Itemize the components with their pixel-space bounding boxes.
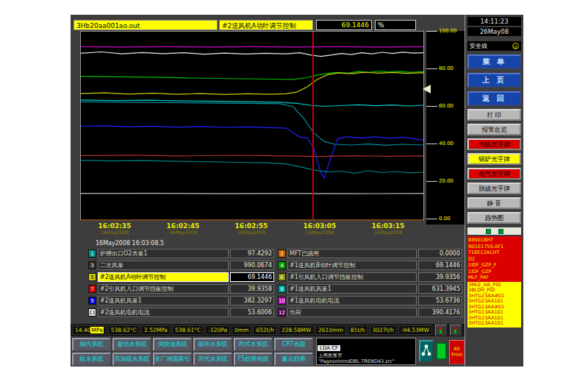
screen-button[interactable]: 循环水系统 bbox=[193, 338, 232, 351]
trend-cursor-line[interactable] bbox=[312, 32, 314, 219]
screen-button[interactable]: 给水系统 bbox=[72, 353, 111, 366]
trace-color-swatch: 10 bbox=[278, 297, 286, 305]
legend-column-left: 1炉膛出口O2含量197.42923二次风量990.06745#2送风机A动叶调… bbox=[88, 249, 274, 317]
sidebar-button-trend[interactable]: 趋势图 bbox=[467, 212, 521, 224]
alarm-tag[interactable]: 3HTG13AA101 bbox=[468, 310, 520, 316]
alarm-ack-icon[interactable] bbox=[486, 229, 491, 234]
alarm-tag[interactable]: 3HTG23AA101 bbox=[468, 299, 520, 305]
display-icon[interactable] bbox=[436, 342, 447, 360]
trace-#2送风机风量1 bbox=[81, 102, 423, 145]
security-badge: 0 bbox=[512, 43, 519, 49]
main-panel: 3Hb20aa001ao.out #2送风机A动叶调节控制 69.1446 % … bbox=[71, 15, 465, 367]
y-tick bbox=[426, 106, 437, 107]
screen-button[interactable]: CRT画面 bbox=[274, 338, 313, 351]
status-value: 3027t/h bbox=[370, 325, 397, 335]
sidebar-button-menu[interactable]: 菜 单 bbox=[467, 54, 521, 69]
legend-value: 39.9358 bbox=[230, 284, 274, 294]
value-pointer-icon[interactable] bbox=[423, 85, 431, 93]
screen-button[interactable]: 全厂画面索引 bbox=[153, 353, 192, 366]
legend-row[interactable]: 7#2引风机入口调节挡板控制39.9358 bbox=[88, 284, 274, 294]
legend-value: 631.3945 bbox=[418, 284, 462, 294]
alarm-tag[interactable]: 1IDF_GZP_F bbox=[468, 262, 520, 269]
legend-row[interactable]: 2MFT已跳闸0.0000 bbox=[278, 249, 462, 258]
legend-row[interactable]: 11#2送风机电机电流53.6006 bbox=[88, 308, 274, 317]
screen-button[interactable]: 抽汽系统 bbox=[72, 338, 111, 351]
y-tick-label: 60.00 bbox=[439, 103, 453, 109]
legend-label: #2送风机A动叶调节控制 bbox=[98, 272, 229, 282]
legend-label: #1送风机B动叶调节控制 bbox=[287, 261, 417, 270]
y-tick-label: 0.00 bbox=[439, 216, 451, 222]
sidebar-buttons: 菜 单上 页返 回打 印报警总览汽机光字牌锅炉光字牌电气光字牌脱硫光字牌静 音趋… bbox=[467, 51, 521, 224]
alarm-tag-list-red: B8901BHTN01E175S.AF1T18E12ACHTO21IDF_GZP… bbox=[467, 236, 521, 282]
trend-value: 69.1446 bbox=[316, 20, 372, 30]
sidebar-button-alarm-summary[interactable]: 报警总览 bbox=[467, 124, 521, 135]
alarm-tag[interactable]: 3HTG13AA#01 bbox=[468, 305, 520, 311]
alarm-tag[interactable]: 3HTG13AA101 bbox=[468, 321, 520, 327]
screen-button[interactable]: 润滑油系统 bbox=[153, 338, 192, 351]
clock: 14:11:23 bbox=[467, 17, 521, 26]
trend-title: #2送风机A动叶调节控制 bbox=[219, 20, 313, 30]
alarm-tag[interactable]: O2 bbox=[468, 256, 520, 263]
trace-负荷 bbox=[81, 155, 423, 157]
alarm-tag[interactable]: B8901BHT bbox=[468, 237, 520, 244]
alt-print-button[interactable]: Alt Print bbox=[449, 340, 465, 364]
screen-button[interactable]: FS趋势画面 bbox=[234, 353, 273, 366]
trend-pen-icon[interactable] bbox=[450, 325, 462, 336]
legend-value: 382.3297 bbox=[230, 296, 274, 305]
trace-color-swatch: 6 bbox=[278, 273, 286, 281]
time-tick-date: 16May2008 bbox=[98, 230, 132, 236]
sidebar-button-page-up[interactable]: 上 页 bbox=[467, 73, 521, 88]
legend-row[interactable]: 5#2送风机A动叶调节控制69.1446 bbox=[88, 272, 274, 282]
legend-row[interactable]: 6#1引风机入口调节挡板控制39.9356 bbox=[278, 272, 462, 282]
legend-row[interactable]: 10#1送风机电机电流53.6736 bbox=[278, 296, 462, 305]
console-line: "PagesxtrendDBL.TREND43.src" bbox=[317, 358, 415, 364]
legend-row[interactable]: 3二次风量990.0674 bbox=[88, 261, 274, 270]
legend-value: 69.1446 bbox=[418, 261, 462, 270]
time-tick: 16:03:1516May2008 bbox=[372, 222, 405, 236]
sidebar-button-print[interactable]: 打 印 bbox=[467, 109, 521, 121]
alarm-tag[interactable]: 3BLDH_PID bbox=[468, 288, 520, 294]
legend-value: 53.6006 bbox=[230, 308, 274, 317]
legend-value: 0.0000 bbox=[418, 249, 462, 258]
time-tick-date: 16May2008 bbox=[167, 230, 200, 236]
sidebar-button-electric-annunc[interactable]: 电气光字牌 bbox=[467, 168, 521, 180]
trend-plot-area[interactable] bbox=[80, 31, 424, 221]
sidebar-button-fgd-annunc[interactable]: 脱硫光字牌 bbox=[467, 183, 521, 194]
screen-button[interactable]: 开式水系统 bbox=[193, 353, 232, 366]
legend-label: 炉膛出口O2含量1 bbox=[98, 249, 229, 258]
trace-color-swatch: 5 bbox=[88, 273, 96, 281]
screen-button[interactable]: 重点趋势 bbox=[274, 353, 313, 366]
network-icon[interactable] bbox=[419, 340, 434, 362]
alarm-tag[interactable]: MLF_PAF bbox=[468, 275, 520, 281]
screen-button[interactable]: 闭式水系统 bbox=[234, 338, 273, 351]
alarm-tag[interactable]: 3MLE_HA_PID bbox=[468, 283, 520, 289]
alarm-tag[interactable]: N01E175S.AF1 bbox=[468, 244, 520, 250]
point-tag-field[interactable]: 3Hb20aa001ao.out bbox=[74, 20, 218, 30]
legend-label: #1引风机入口调节挡板控制 bbox=[287, 272, 417, 282]
trend-pen-icon[interactable] bbox=[435, 325, 447, 336]
legend-row[interactable]: 9#2送风机风量1382.3297 bbox=[88, 296, 274, 305]
screen-button[interactable]: 凝结水系统 bbox=[112, 338, 151, 351]
legend-row[interactable]: 8#1送风机风量1631.3945 bbox=[278, 284, 462, 294]
alarm-tag[interactable]: 3HTG23AA101 bbox=[468, 316, 520, 322]
legend-value: 990.0674 bbox=[230, 261, 274, 270]
alarm-tag[interactable]: T18E12ACHT bbox=[468, 250, 520, 256]
trace-color-swatch: 9 bbox=[88, 297, 96, 305]
sidebar-button-boiler-annunc[interactable]: 锅炉光字牌 bbox=[467, 153, 521, 165]
time-tick-date: 16May2008 bbox=[304, 230, 337, 236]
alarm-page-icon[interactable] bbox=[498, 229, 503, 234]
screen-button[interactable]: 高加疏水系统 bbox=[112, 353, 151, 366]
message-console[interactable]: LDA CF 上画面显示 "PagesxtrendDBL.TREND43.src… bbox=[316, 338, 416, 365]
legend-row[interactable]: 12负荷390.4176 bbox=[278, 308, 462, 317]
trace-color-swatch: 7 bbox=[88, 285, 96, 293]
sidebar-button-turbine-annunc[interactable]: 汽机光字牌 bbox=[467, 138, 521, 150]
sidebar-button-mute[interactable]: 静 音 bbox=[467, 197, 521, 209]
y-tick-label: 100.00 bbox=[439, 28, 457, 34]
legend-row[interactable]: 4#1送风机B动叶调节控制69.1446 bbox=[278, 261, 462, 270]
sidebar-button-back[interactable]: 返 回 bbox=[467, 91, 521, 106]
trace-#1送风机电机电流 bbox=[81, 194, 423, 194]
alarm-tag[interactable]: 1IDF_GZP bbox=[468, 269, 520, 275]
pen-green-mark bbox=[440, 330, 442, 333]
legend-row[interactable]: 1炉膛出口O2含量197.4292 bbox=[88, 249, 274, 258]
alarm-tag[interactable]: 3HTG23AA#01 bbox=[468, 294, 520, 300]
